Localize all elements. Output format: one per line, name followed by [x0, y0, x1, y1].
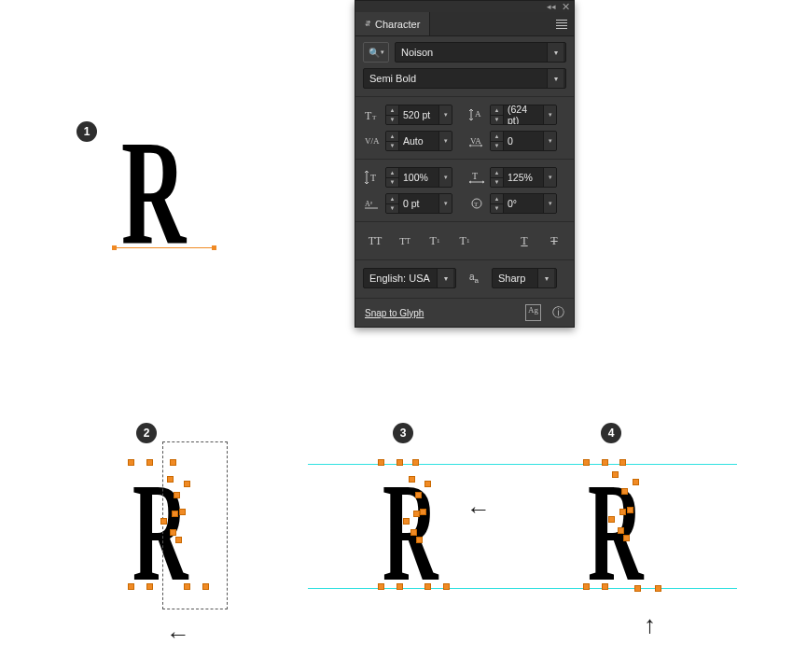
- anchor-point[interactable]: [583, 459, 590, 466]
- stepper[interactable]: ▲▼: [386, 132, 399, 150]
- arrow-left-icon: ←: [166, 620, 190, 649]
- stepper[interactable]: ▲▼: [491, 168, 504, 187]
- glyph-bounds-icon[interactable]: Ag: [525, 304, 541, 321]
- tracking-field[interactable]: ▲▼ 0 ▾: [490, 131, 557, 151]
- anchor-point[interactable]: [396, 583, 403, 590]
- stepper[interactable]: ▲▼: [386, 194, 399, 213]
- font-family-select[interactable]: Noison ▾: [395, 42, 566, 63]
- anchor-point[interactable]: [146, 459, 153, 466]
- stepper[interactable]: ▲▼: [386, 105, 399, 124]
- stepper[interactable]: ▲▼: [491, 194, 504, 213]
- anchor-point[interactable]: [634, 585, 641, 592]
- anchor-point[interactable]: [619, 459, 626, 466]
- anchor-point[interactable]: [416, 537, 423, 543]
- step-badge-4: 4: [601, 423, 621, 443]
- close-icon[interactable]: ✕: [562, 1, 570, 13]
- superscript-button[interactable]: T1: [424, 231, 445, 250]
- anchor-point[interactable]: [623, 535, 630, 541]
- step-badge-3: 3: [393, 423, 413, 443]
- chevron-down-icon: ▾: [438, 168, 452, 187]
- kerning-value: Auto: [399, 135, 438, 147]
- anchor-point[interactable]: [420, 509, 426, 515]
- anchor-point[interactable]: [602, 583, 608, 590]
- chevron-down-icon: ▾: [543, 194, 556, 213]
- anchor-point[interactable]: [409, 476, 415, 483]
- vscale-field[interactable]: ▲▼ 100% ▾: [385, 167, 452, 188]
- font-search-button[interactable]: 🔍▾: [363, 42, 389, 63]
- subscript-button[interactable]: T1: [454, 231, 475, 250]
- strikethrough-button[interactable]: T: [544, 231, 564, 250]
- character-panel[interactable]: ◂◂ ✕ ⇵ Character 🔍▾ Noison ▾ Semi Bold ▾: [355, 0, 575, 328]
- leading-field[interactable]: ▲▼ (624 pt) ▾: [490, 105, 557, 125]
- antialias-value: Sharp: [498, 273, 525, 284]
- baseline-shift-icon: Aª: [363, 194, 382, 213]
- anchor-point[interactable]: [602, 459, 608, 466]
- step1-text-baseline: [114, 247, 215, 248]
- anchor-point[interactable]: [424, 583, 431, 590]
- font-style-select[interactable]: Semi Bold ▾: [363, 68, 566, 89]
- panel-menu-button[interactable]: [550, 12, 574, 35]
- font-size-field[interactable]: ▲▼ 520 pt ▾: [385, 105, 452, 125]
- tab-label: Character: [375, 19, 420, 30]
- stepper[interactable]: ▲▼: [386, 168, 399, 187]
- anchor-point[interactable]: [128, 459, 134, 466]
- anchor-point[interactable]: [167, 476, 174, 483]
- updown-icon: ⇵: [365, 20, 371, 28]
- rotation-field[interactable]: ▲▼ 0° ▾: [490, 193, 557, 214]
- anchor-point[interactable]: [412, 459, 419, 466]
- antialias-select[interactable]: Sharp ▾: [492, 268, 557, 288]
- all-caps-button[interactable]: TT: [365, 231, 385, 250]
- collapse-icon[interactable]: ◂◂: [547, 2, 556, 11]
- small-caps-button[interactable]: TT: [395, 231, 415, 250]
- language-select[interactable]: English: USA ▾: [363, 268, 456, 288]
- underline-button[interactable]: T: [514, 231, 535, 250]
- anchor-point[interactable]: [172, 511, 178, 517]
- anchor-point[interactable]: [633, 479, 639, 485]
- anchor-point[interactable]: [378, 583, 384, 590]
- step4-glyph-wrap: R: [588, 462, 689, 602]
- rotation-value: 0°: [504, 198, 543, 209]
- anchor-point[interactable]: [424, 481, 431, 487]
- stepper[interactable]: ▲▼: [491, 132, 504, 150]
- anchor-point[interactable]: [128, 583, 134, 590]
- anchor-point[interactable]: [146, 583, 153, 590]
- anchor-point[interactable]: [608, 516, 615, 523]
- anchor-point[interactable]: [403, 518, 410, 525]
- anchor-point[interactable]: [170, 529, 176, 536]
- baseline-shift-field[interactable]: ▲▼ 0 pt ▾: [385, 193, 452, 214]
- anchor-point[interactable]: [619, 509, 626, 515]
- anchor-point[interactable]: [184, 481, 190, 487]
- anchor-point[interactable]: [175, 537, 182, 543]
- anchor-point[interactable]: [621, 488, 628, 495]
- anchor-point[interactable]: [174, 492, 180, 498]
- info-icon[interactable]: ⓘ: [552, 304, 564, 321]
- chevron-down-icon: ▾: [537, 269, 554, 287]
- anchor-point[interactable]: [396, 459, 403, 466]
- stepper[interactable]: ▲▼: [491, 105, 504, 124]
- step3-glyph-wrap: R: [383, 462, 483, 602]
- snap-to-glyph-link[interactable]: Snap to Glyph: [365, 308, 424, 318]
- anchor-point[interactable]: [627, 507, 633, 513]
- anchor-point[interactable]: [413, 511, 420, 517]
- kerning-field[interactable]: ▲▼ Auto ▾: [385, 131, 452, 151]
- anchor-point[interactable]: [443, 583, 450, 590]
- chevron-down-icon: ▾: [547, 69, 563, 88]
- anchor-point[interactable]: [184, 583, 190, 590]
- anchor-point[interactable]: [415, 492, 422, 498]
- anchor-point[interactable]: [378, 459, 384, 466]
- anchor-point[interactable]: [618, 527, 624, 534]
- anchor-point[interactable]: [612, 471, 619, 478]
- anchor-point[interactable]: [179, 509, 186, 515]
- size-leading-row: TT ▲▼ 520 pt ▾ A ▲▼ (624 pt) ▾: [363, 105, 566, 125]
- anchor-point[interactable]: [655, 585, 661, 592]
- anchor-point[interactable]: [170, 459, 176, 466]
- anchor-point[interactable]: [202, 583, 209, 590]
- anchor-point[interactable]: [160, 518, 167, 525]
- anchor-point[interactable]: [583, 583, 590, 590]
- tab-character[interactable]: ⇵ Character: [355, 12, 430, 35]
- hscale-field[interactable]: ▲▼ 125% ▾: [490, 167, 557, 188]
- anchor-point[interactable]: [410, 529, 417, 536]
- selection-marquee[interactable]: [162, 441, 228, 609]
- language-value: English: USA: [369, 273, 430, 284]
- vertical-scale-icon: T: [363, 168, 382, 187]
